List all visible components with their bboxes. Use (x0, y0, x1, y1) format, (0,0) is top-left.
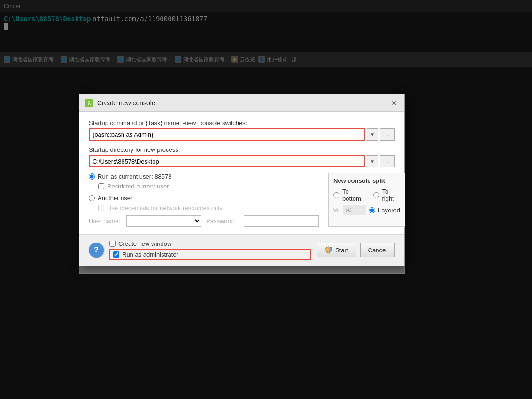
to-bottom-row: To bottom To right (333, 188, 400, 202)
start-label: Start (335, 247, 348, 254)
startup-command-label: Startup command or {Task} name; -new_con… (89, 119, 395, 126)
create-console-dialog: λ Create new console ✕ Startup command o… (79, 94, 405, 266)
options-area: Run as current user: 88578 Restricted cu… (89, 173, 395, 227)
dialog-close-button[interactable]: ✕ (389, 98, 399, 108)
username-label: User name: (89, 218, 122, 225)
password-label: Password: (206, 218, 239, 225)
run-current-user-row: Run as current user: 88578 (89, 173, 319, 180)
run-admin-checkbox[interactable] (113, 251, 119, 258)
percent-row: %: Layered (333, 205, 400, 215)
startup-command-input[interactable] (89, 128, 365, 141)
another-user-radio[interactable] (89, 195, 95, 201)
startup-dir-dropdown[interactable]: ▼ (367, 155, 378, 167)
to-right-radio[interactable] (373, 192, 379, 198)
user-pass-row: User name: Password: (89, 215, 319, 227)
use-credentials-checkbox (98, 205, 104, 211)
footer-buttons: Start Cancel (317, 243, 395, 257)
split-title: New console split (333, 177, 400, 184)
create-window-row: Create new window (109, 240, 311, 247)
startup-command-input-row: ▼ ... (89, 128, 395, 141)
startup-dir-input[interactable] (89, 155, 365, 167)
startup-command-dropdown[interactable]: ▼ (367, 128, 378, 141)
restricted-label: Restricted current user (107, 183, 169, 190)
dialog-body: Startup command or {Task} name; -new_con… (79, 112, 404, 234)
run-admin-label: Run as administrator (122, 251, 178, 258)
cancel-button[interactable]: Cancel (360, 243, 395, 257)
layered-label: Layered (378, 207, 400, 214)
another-user-row: Another user (89, 195, 319, 202)
footer-checkboxes: Create new window Run as administrator (109, 240, 311, 260)
startup-dir-input-row: ▼ ... (89, 155, 395, 167)
restricted-checkbox[interactable] (98, 183, 104, 189)
startup-dir-group: Startup directory for new process: ▼ ... (89, 146, 395, 167)
create-window-checkbox[interactable] (109, 241, 116, 247)
dialog-title-text: Create new console (97, 99, 155, 107)
startup-command-group: Startup command or {Task} name; -new_con… (89, 119, 395, 141)
dialog-title-left: λ Create new console (85, 99, 155, 107)
dialog-lambda-icon: λ (85, 99, 93, 107)
use-credentials-label: Use credentials for network resources on… (107, 204, 223, 211)
another-user-label: Another user (98, 195, 132, 202)
percent-label: %: (333, 207, 340, 213)
create-window-label: Create new window (118, 240, 171, 247)
startup-dir-label: Startup directory for new process: (89, 146, 395, 153)
dialog-icon-label: λ (88, 100, 91, 106)
dialog-footer: ? Create new window Run as administrator… (79, 234, 404, 266)
to-bottom-radio[interactable] (333, 192, 339, 198)
use-credentials-row: Use credentials for network resources on… (98, 204, 319, 211)
startup-dir-browse[interactable]: ... (380, 155, 395, 167)
start-button[interactable]: Start (317, 243, 356, 257)
run-current-user-label: Run as current user: 88578 (98, 173, 172, 180)
run-current-user-radio[interactable] (89, 173, 95, 180)
to-right-label: To right (382, 188, 400, 202)
dialog-titlebar: λ Create new console ✕ (79, 94, 404, 112)
to-bottom-label: To bottom (342, 188, 367, 202)
cancel-label: Cancel (368, 247, 387, 254)
percent-input[interactable] (343, 205, 366, 215)
run-admin-highlighted-row: Run as administrator (109, 249, 311, 260)
username-select[interactable] (126, 215, 201, 227)
console-split-section: New console split To bottom To right %: … (328, 173, 405, 227)
shield-icon (325, 246, 332, 254)
startup-command-browse[interactable]: ... (380, 128, 395, 141)
user-options: Run as current user: 88578 Restricted cu… (89, 173, 319, 227)
help-button[interactable]: ? (89, 243, 104, 258)
password-input[interactable] (244, 215, 319, 227)
layered-radio[interactable] (369, 207, 375, 213)
restricted-row: Restricted current user (98, 183, 319, 190)
